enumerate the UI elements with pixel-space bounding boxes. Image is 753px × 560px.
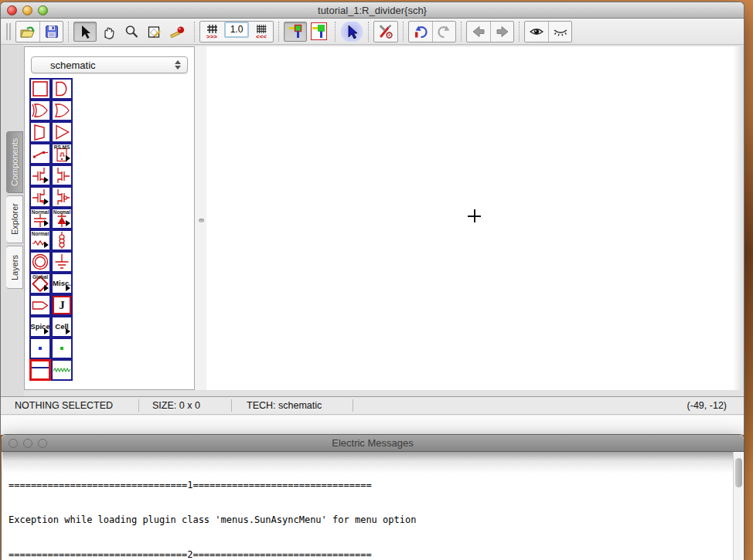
zoom-window-button[interactable] (38, 5, 48, 15)
status-size: SIZE: 0 x 0 (152, 400, 200, 411)
minimize-button[interactable] (22, 5, 32, 15)
toolbar-grip[interactable] (6, 23, 11, 40)
outline-edit-button[interactable] (143, 22, 166, 42)
palette-cell-capacitor[interactable]: Normal (29, 208, 51, 229)
history-group (466, 21, 514, 42)
divider-handle[interactable] (199, 219, 204, 222)
palette-cell-mux[interactable] (29, 121, 51, 143)
toolbar: >>> <<< (1, 19, 744, 45)
eye-closed-icon (553, 25, 568, 38)
status-bar: NOTHING SELECTED SIZE: 0 x 0 TECH: schem… (1, 396, 744, 415)
panel-divider[interactable] (195, 46, 206, 390)
palette-cell-resistor[interactable]: Normal (29, 229, 51, 251)
palette-cell-or-gate[interactable] (51, 100, 73, 121)
redo-button[interactable] (432, 22, 455, 42)
tab-components-label: Components (10, 138, 19, 186)
technology-selector[interactable]: schematic (31, 56, 188, 73)
messages-console[interactable]: ================================1=======… (2, 452, 743, 560)
palette-cell-offpage[interactable] (29, 294, 51, 316)
josephson-label: J (59, 299, 65, 312)
toolbar-separator (368, 22, 369, 42)
grid-spacing-input[interactable] (224, 22, 249, 38)
open-library-button[interactable] (16, 22, 39, 42)
status-coordinates: (-49, -12) (687, 400, 727, 411)
close-button[interactable] (7, 5, 17, 15)
palette-cell-misc[interactable]: Misc. (51, 273, 73, 294)
palette-cell-switch[interactable] (29, 143, 51, 165)
inductor-icon (53, 231, 71, 249)
toggle-grid-button[interactable]: >>> (200, 22, 223, 42)
show-all-layers-button[interactable] (525, 22, 548, 42)
resistor-label: Normal (31, 231, 49, 236)
palette-cell-and-gate[interactable] (51, 78, 73, 100)
click-zoom-wire-button[interactable] (340, 22, 363, 42)
palette-cell-power[interactable] (29, 251, 51, 273)
xor-gate-icon (31, 101, 49, 120)
palette-cell-buffer[interactable] (51, 121, 73, 143)
tab-layers[interactable]: Layers (6, 246, 23, 289)
hide-all-layers-button[interactable] (548, 22, 571, 42)
status-separator (138, 399, 139, 412)
go-back-button[interactable] (467, 22, 490, 42)
undo-button[interactable] (409, 22, 432, 42)
palette-cell-nmos-mirrored[interactable] (51, 165, 73, 186)
messages-window-title: Electric Messages (2, 437, 744, 449)
floppy-save-icon (45, 25, 59, 39)
export-pin-icon (311, 22, 327, 40)
grid-finer-label: <<< (256, 34, 267, 39)
save-library-button[interactable] (39, 22, 63, 42)
palette-cell-wire-arc[interactable] (51, 359, 73, 381)
palette-cell-inductor[interactable] (51, 229, 73, 251)
flipflop-label: RS MS (53, 144, 71, 150)
pmos-icon (53, 188, 71, 206)
palette-cell-spice[interactable]: Spice (29, 316, 51, 338)
palette-cell-nmos[interactable] (29, 165, 51, 186)
palette-cell-wire-pin[interactable] (29, 338, 51, 359)
wire-arc-icon (53, 361, 71, 379)
visibility-group (524, 21, 572, 42)
forward-arrow-icon (495, 25, 510, 38)
palette-cell-transistor-4port[interactable] (29, 186, 51, 208)
magnifier-icon (124, 24, 139, 39)
palette-cell-ground[interactable] (51, 251, 73, 273)
array-line-icon (32, 367, 49, 368)
cursor-arrow-icon (78, 24, 92, 39)
palette-cell-array[interactable] (29, 359, 51, 381)
outline-pencil-icon (147, 24, 162, 39)
toggle-ports-button[interactable] (284, 22, 307, 42)
palette-cell-cell-instance[interactable]: Cell (51, 316, 73, 338)
console-line: ================================2=======… (9, 549, 743, 560)
toggle-export-button[interactable] (307, 22, 330, 42)
undo-redo-group (408, 21, 456, 42)
palette-cell-bus-pin[interactable] (51, 338, 73, 359)
expand-arrow-icon (44, 177, 49, 183)
preferences-button[interactable] (374, 22, 397, 42)
technology-selector-value: schematic (50, 59, 96, 71)
tab-explorer[interactable]: Explorer (6, 195, 23, 243)
palette-cell-xor-gate[interactable] (29, 100, 51, 121)
select-tool-button[interactable] (73, 22, 97, 42)
go-forward-button[interactable] (490, 22, 513, 42)
measure-tool-button[interactable] (166, 22, 189, 42)
grid-coarser-label: >>> (206, 34, 217, 39)
palette-cell-pmos[interactable] (51, 186, 73, 208)
palette-cell-josephson[interactable]: J (51, 294, 73, 316)
palette-cell-global-signal[interactable]: Global (29, 273, 51, 294)
palette-cell-blank-node[interactable] (29, 78, 51, 100)
main-titlebar[interactable]: tutorial_1:R_divider{sch} (1, 2, 744, 19)
palette-cell-flipflop[interactable]: RS MS (51, 143, 73, 165)
zoom-tool-button[interactable] (120, 22, 143, 42)
messages-titlebar[interactable]: Electric Messages (2, 435, 744, 452)
messages-window: Electric Messages ======================… (1, 434, 744, 560)
grid-finer-button[interactable]: <<< (250, 22, 273, 42)
pan-tool-button[interactable] (97, 22, 120, 42)
console-line: Exception while loading plugin class 'me… (9, 514, 743, 526)
toolbar-separator (194, 22, 195, 42)
expand-arrow-icon (44, 220, 49, 226)
palette-cell-diode[interactable]: Normal (51, 208, 73, 229)
messages-scrollbar[interactable] (733, 452, 743, 560)
scrollbar-thumb[interactable] (735, 458, 742, 487)
schematic-canvas[interactable] (206, 46, 734, 390)
status-tech: TECH: schematic (247, 400, 322, 411)
tab-components[interactable]: Components (6, 131, 23, 193)
